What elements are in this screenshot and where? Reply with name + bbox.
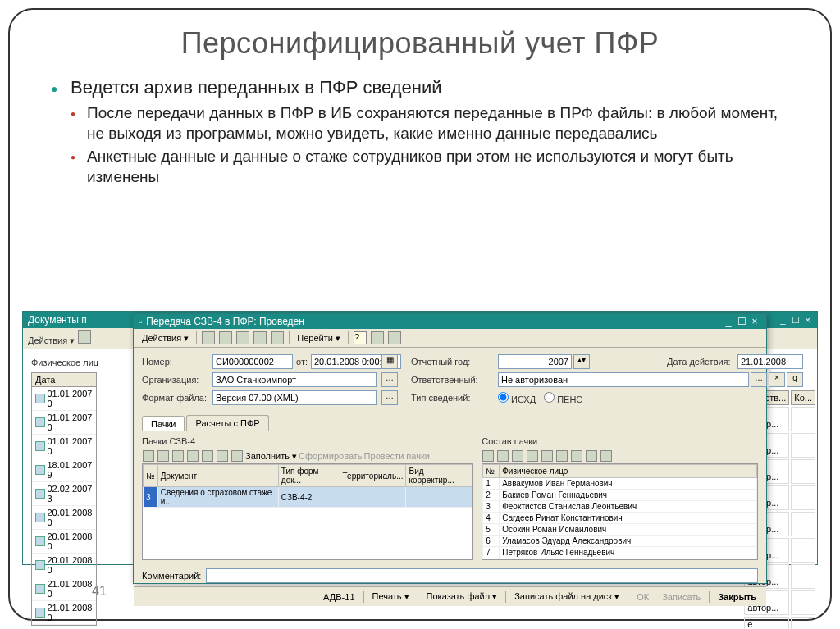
toolbar-icon[interactable] <box>586 450 597 462</box>
toolbar-icon[interactable] <box>202 450 213 462</box>
close-button[interactable]: × <box>748 316 761 327</box>
save-button[interactable]: Записать <box>657 590 705 604</box>
toolbar-icon[interactable] <box>600 450 612 462</box>
toolbar-icon[interactable] <box>158 450 169 462</box>
isxd-radio[interactable]: ИСХД <box>498 392 536 404</box>
save-to-disk-button[interactable]: Записать файл на диск ▾ <box>509 590 624 604</box>
person-row[interactable]: 6Уламасов Эдуард Александрович <box>483 536 757 547</box>
toolbar-icon[interactable] <box>172 450 184 462</box>
date-row[interactable]: 20.01.2008 0 <box>32 506 96 530</box>
toolbar-icon[interactable] <box>202 331 215 344</box>
toolbar-icon[interactable] <box>253 331 267 344</box>
date-row[interactable]: 21.01.2008 0 <box>32 577 96 601</box>
doc-icon <box>35 608 45 618</box>
responsible-field[interactable] <box>498 372 749 387</box>
toolbar-icon[interactable] <box>236 331 249 344</box>
col-document[interactable]: Документ <box>158 465 278 487</box>
toolbar-icon[interactable] <box>217 450 228 462</box>
tab-pachki[interactable]: Пачки <box>142 416 185 431</box>
toolbar-icon[interactable] <box>571 450 582 462</box>
toolbar-icon[interactable] <box>388 331 401 344</box>
person-row[interactable]: 7Петряков Ильяс Геннадьевич <box>483 547 757 558</box>
type-label: Тип сведений: <box>411 393 493 403</box>
minimize-button[interactable]: _ <box>722 316 735 327</box>
open-button[interactable]: q <box>787 372 803 387</box>
toolbar-icon[interactable] <box>512 450 523 462</box>
pack-row[interactable]: 3 Сведения о страховом стаже и... СЗВ-4-… <box>144 487 472 508</box>
format-label: Формат файла: <box>142 393 208 403</box>
col-form-type[interactable]: Тип форм док... <box>278 465 340 487</box>
print-button[interactable]: Печать ▾ <box>368 590 414 604</box>
adv11-button[interactable]: АДВ-11 <box>318 590 359 604</box>
person-row[interactable]: 2Бакиев Роман Геннадьевич <box>483 490 757 501</box>
toolbar-icon[interactable] <box>271 331 284 344</box>
doc-icon <box>35 465 45 475</box>
select-button[interactable]: … <box>751 372 767 387</box>
date-row[interactable]: 21.01.2008 0 <box>32 601 96 625</box>
actions-menu[interactable]: Действия ▾ <box>139 332 192 344</box>
report-year-field[interactable] <box>498 354 572 369</box>
col-person[interactable]: Физическое лицо <box>500 465 757 478</box>
person-row[interactable]: 8Евдокимов Андриан Владимирович <box>483 558 757 561</box>
toolbar-icon[interactable] <box>143 450 154 462</box>
col-n[interactable]: № <box>144 465 158 487</box>
toolbar-icon[interactable] <box>231 450 243 462</box>
toolbar-icon[interactable] <box>556 450 568 462</box>
close-button[interactable]: Закрыть <box>713 590 761 604</box>
actions-menu[interactable]: Действия ▾ <box>28 335 75 345</box>
toolbar-icon[interactable] <box>541 450 553 462</box>
column-header[interactable]: Дата <box>32 373 96 387</box>
org-field[interactable] <box>212 372 377 387</box>
comment-field[interactable] <box>206 568 758 583</box>
clear-button[interactable]: × <box>769 372 785 387</box>
toolbar-icon[interactable] <box>187 450 199 462</box>
number-field[interactable] <box>212 354 293 369</box>
date-row[interactable]: 02.02.2007 3 <box>32 482 96 506</box>
goto-menu[interactable]: Перейти ▾ <box>294 332 344 344</box>
process-button[interactable]: Провести пачки <box>364 451 430 461</box>
format-select-button[interactable]: … <box>381 390 398 405</box>
format-field[interactable] <box>212 390 377 405</box>
toolbar-icon[interactable] <box>527 450 538 462</box>
doc-icon: ▫ <box>139 316 142 327</box>
date-row[interactable]: 01.01.2007 0 <box>32 411 96 435</box>
help-icon[interactable]: ? <box>354 331 367 344</box>
doc-icon <box>35 489 45 499</box>
toolbar-icon[interactable] <box>482 450 494 462</box>
ok-button[interactable]: ОК <box>632 590 654 604</box>
transfer-szv4-dialog: ▫Передача СЗВ-4 в ПФР: Проведен _☐× Дейс… <box>133 313 767 584</box>
toolbar-icon[interactable] <box>497 450 509 462</box>
spinner-button[interactable]: ▴▾ <box>573 354 590 369</box>
person-row[interactable]: 5Осокин Роман Исмаилович <box>483 524 757 536</box>
col-correction[interactable]: Вид корректир... <box>406 465 472 487</box>
date-row[interactable]: 18.01.2007 9 <box>32 458 96 482</box>
date-row[interactable]: 01.01.2007 0 <box>32 435 96 458</box>
doc-icon <box>35 441 45 451</box>
toolbar-icon[interactable] <box>219 331 232 344</box>
comment-label: Комментарий: <box>142 571 201 581</box>
toolbar-icon[interactable] <box>78 330 91 344</box>
action-date-field[interactable] <box>737 354 803 369</box>
date-row[interactable]: 20.01.2008 0 <box>32 530 96 554</box>
window-buttons[interactable]: _ ☐ × <box>780 315 812 326</box>
maximize-button[interactable]: ☐ <box>735 316 748 327</box>
col-n[interactable]: № <box>483 465 500 478</box>
date-row[interactable]: 01.01.2007 0 <box>32 387 96 411</box>
toolbar-icon[interactable] <box>371 331 384 344</box>
fill-button[interactable]: Заполнить ▾ <box>245 451 297 462</box>
show-file-button[interactable]: Показать файл ▾ <box>422 590 503 604</box>
tab-raschety[interactable]: Расчеты с ПФР <box>186 415 268 431</box>
date-row[interactable]: 20.01.2008 0 <box>32 554 96 577</box>
doc-icon <box>35 394 45 403</box>
org-select-button[interactable]: … <box>381 372 398 387</box>
table-row[interactable]: е автор... <box>744 617 815 629</box>
person-row[interactable]: 3Феоктистов Станислав Леонтьевич <box>483 501 757 513</box>
person-row[interactable]: 4Сагдеев Ринат Константинович <box>483 513 757 524</box>
form-button[interactable]: Сформировать <box>299 451 363 461</box>
pack-content-title: Состав пачки <box>482 436 758 446</box>
date-picker-button[interactable]: ▦ <box>381 354 398 369</box>
person-row[interactable]: 1Аввакумов Иван Германович <box>483 478 757 490</box>
number-label: Номер: <box>142 357 208 367</box>
pens-radio[interactable]: ПЕНС <box>544 392 582 404</box>
col-territorial[interactable]: Территориаль... <box>340 465 406 487</box>
